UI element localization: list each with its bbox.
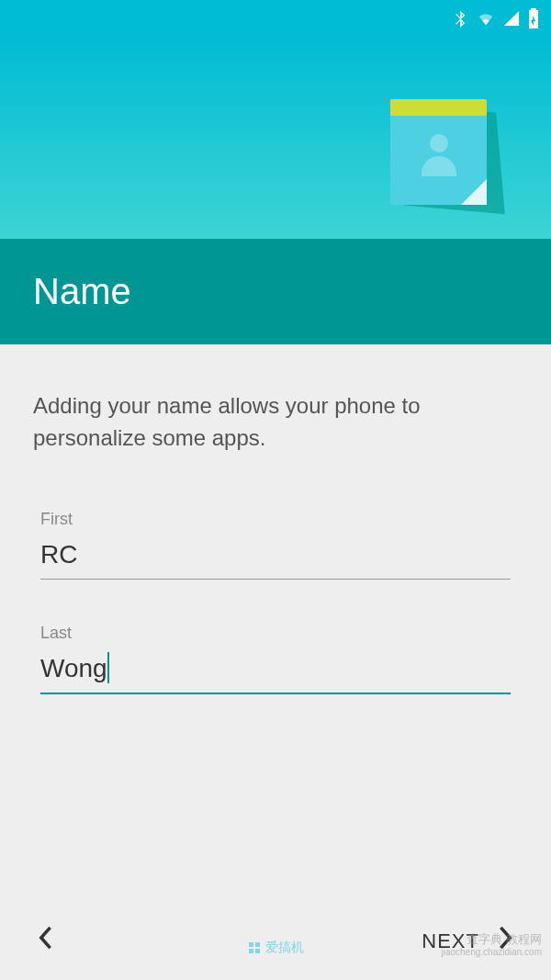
svg-rect-0 xyxy=(249,942,253,947)
battery-charging-icon xyxy=(527,8,540,28)
svg-rect-2 xyxy=(249,949,253,953)
watermark-text-2: 查字典 教程网 xyxy=(441,932,542,947)
status-bar xyxy=(0,0,551,37)
content-area: Adding your name allows your phone to pe… xyxy=(0,344,551,757)
chevron-left-icon xyxy=(37,925,53,957)
wifi-icon xyxy=(476,10,496,27)
signal-icon xyxy=(503,10,520,27)
first-name-label: First xyxy=(40,510,511,529)
watermark-text-3: jiaocheng.chazidian.com xyxy=(441,947,542,958)
last-name-input[interactable] xyxy=(40,650,511,694)
back-button[interactable] xyxy=(37,925,53,957)
title-bar: Name xyxy=(0,239,551,344)
first-name-field-group: First xyxy=(33,510,518,580)
description-text: Adding your name allows your phone to pe… xyxy=(33,390,518,455)
bluetooth-icon xyxy=(454,9,468,28)
watermark-site: 查字典 教程网 jiaocheng.chazidian.com xyxy=(441,932,542,958)
hero-banner xyxy=(0,37,551,239)
last-name-field-group: Last xyxy=(33,624,518,694)
watermark-text-1: 爱搞机 xyxy=(265,940,304,956)
last-name-label: Last xyxy=(40,624,511,643)
svg-rect-1 xyxy=(255,942,260,947)
first-name-input[interactable] xyxy=(40,536,511,580)
svg-rect-3 xyxy=(255,949,260,953)
page-title: Name xyxy=(33,271,131,312)
watermark-logo: 爱搞机 xyxy=(247,940,304,956)
contact-notepad-illustration xyxy=(390,99,500,209)
